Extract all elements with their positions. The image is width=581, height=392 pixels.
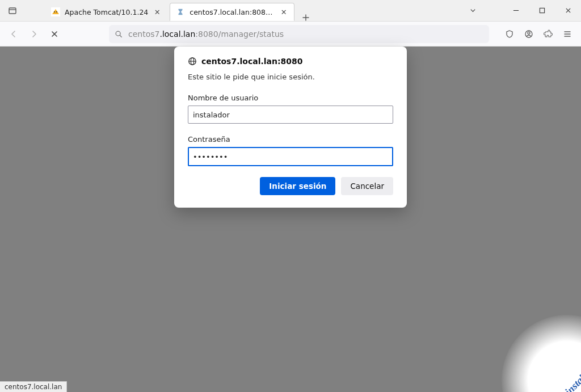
new-tab-button[interactable] (297, 14, 315, 21)
password-input[interactable] (188, 147, 393, 166)
extensions-icon[interactable] (539, 25, 557, 43)
username-input[interactable] (188, 106, 393, 124)
username-label: Nombre de usuario (188, 94, 393, 102)
dialog-host-text: centos7.local.lan:8080 (201, 57, 303, 66)
dialog-host-row: centos7.local.lan:8080 (188, 57, 393, 66)
tab-title: Apache Tomcat/10.1.24 (65, 8, 148, 16)
navigation-toolbar: centos7.local.lan:8080/manager/status (0, 22, 581, 47)
tab-manager-status[interactable]: centos7.local.lan:8080/manager ✕ (170, 3, 294, 21)
content-viewport: centos7.local.lan:8080 Este sitio le pid… (0, 47, 581, 392)
globe-icon (188, 57, 197, 66)
url-path: :8080/manager/status (195, 29, 284, 39)
close-tab-icon[interactable]: ✕ (153, 8, 162, 16)
toolbar-right (500, 25, 576, 43)
recent-browsing-button[interactable] (0, 0, 25, 21)
status-bar: centos7.local.lan (0, 381, 67, 392)
tracking-protection-icon[interactable] (500, 25, 519, 43)
url-host: .local.lan (159, 29, 195, 39)
tab-apache-tomcat[interactable]: Apache Tomcat/10.1.24 ✕ (45, 3, 167, 21)
dialog-message: Este sitio le pide que inicie sesión. (188, 73, 393, 81)
svg-rect-6 (540, 8, 544, 12)
list-all-tabs-button[interactable] (460, 0, 486, 21)
address-bar[interactable]: centos7.local.lan:8080/manager/status (109, 25, 489, 43)
tab-strip: Apache Tomcat/10.1.24 ✕ centos7.local.la… (25, 0, 315, 21)
url-text: centos7.local.lan:8080/manager/status (128, 29, 284, 39)
dialog-button-row: Iniciar sesión Cancelar (188, 177, 393, 195)
svg-rect-0 (9, 8, 16, 14)
window-controls (460, 0, 581, 21)
http-auth-dialog: centos7.local.lan:8080 Este sitio le pid… (174, 47, 407, 208)
tomcat-favicon-icon (51, 7, 60, 16)
watermark-text: comoinstalar.me (547, 356, 581, 392)
back-button[interactable] (5, 25, 23, 43)
login-button[interactable]: Iniciar sesión (260, 177, 335, 195)
minimize-button[interactable] (503, 0, 529, 21)
forward-button[interactable] (25, 25, 43, 43)
maximize-button[interactable] (529, 0, 555, 21)
cancel-button[interactable]: Cancelar (341, 177, 393, 195)
loading-hourglass-icon (176, 7, 185, 16)
stop-reload-button[interactable] (45, 25, 64, 43)
svg-point-10 (528, 32, 530, 34)
search-icon (115, 30, 123, 38)
tab-title: centos7.local.lan:8080/manager (190, 8, 275, 16)
watermark-corner: comoinstalar.me (490, 304, 581, 392)
account-icon[interactable] (520, 25, 538, 43)
close-tab-icon[interactable]: ✕ (279, 8, 288, 16)
svg-point-3 (54, 11, 55, 12)
close-window-button[interactable] (555, 0, 581, 21)
svg-line-8 (120, 35, 121, 37)
title-bar: Apache Tomcat/10.1.24 ✕ centos7.local.la… (0, 0, 581, 22)
svg-point-4 (56, 11, 57, 12)
password-label: Contraseña (188, 135, 393, 144)
url-prefix: centos7 (128, 29, 159, 39)
app-menu-icon[interactable] (558, 25, 576, 43)
